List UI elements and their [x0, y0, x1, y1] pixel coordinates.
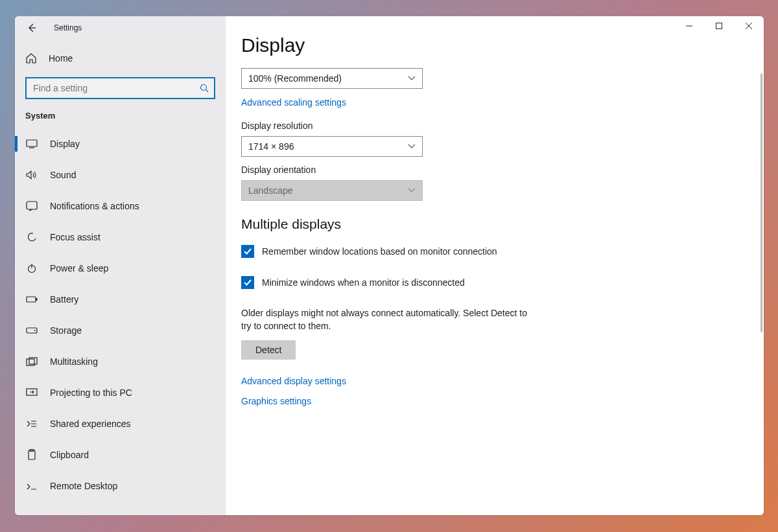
checkbox-checked-icon [241, 245, 254, 258]
multitasking-icon [25, 357, 38, 366]
detect-help-text: Older displays might not always connect … [241, 307, 539, 332]
chevron-down-icon [408, 188, 416, 193]
scale-value: 100% (Recommended) [248, 73, 342, 84]
sidebar-item-label: Focus assist [50, 232, 100, 242]
svg-rect-8 [36, 298, 38, 301]
shared-icon [25, 419, 38, 428]
battery-icon [25, 296, 38, 303]
sidebar-item-label: Power & sleep [50, 263, 108, 273]
remember-windows-checkbox-row[interactable]: Remember window locations based on monit… [241, 245, 748, 258]
sidebar: Settings Home System Display Sound [15, 16, 226, 515]
clipboard-icon [25, 449, 38, 461]
window-controls [674, 16, 764, 36]
sidebar-item-label: Notifications & actions [50, 201, 139, 211]
checkbox-checked-icon [241, 276, 254, 289]
home-label: Home [49, 53, 73, 64]
power-icon [25, 263, 38, 273]
svg-line-1 [206, 90, 209, 93]
sidebar-item-sound[interactable]: Sound [15, 159, 226, 191]
scale-dropdown[interactable]: 100% (Recommended) [241, 68, 423, 89]
content-area: 100% (Recommended) Advanced scaling sett… [226, 68, 764, 510]
graphics-settings-link[interactable]: Graphics settings [241, 396, 311, 406]
sidebar-item-label: Projecting to this PC [50, 387, 132, 398]
sidebar-item-storage[interactable]: Storage [15, 315, 226, 346]
titlebar: Settings [15, 16, 226, 40]
advanced-scaling-link[interactable]: Advanced scaling settings [241, 97, 346, 108]
focus-icon [25, 232, 38, 242]
maximize-button[interactable] [704, 16, 734, 36]
checkbox-label: Remember window locations based on monit… [262, 246, 497, 257]
home-icon [25, 52, 37, 64]
sidebar-item-multitasking[interactable]: Multitasking [15, 346, 226, 377]
back-button[interactable] [27, 23, 37, 33]
svg-rect-7 [27, 297, 36, 302]
home-nav[interactable]: Home [15, 40, 226, 73]
main-panel: Display 100% (Recommended) Advanced scal… [226, 16, 764, 515]
sidebar-item-projecting[interactable]: Projecting to this PC [15, 377, 226, 408]
sidebar-item-label: Multitasking [50, 356, 98, 367]
orientation-dropdown: Landscape [241, 180, 423, 201]
multiple-displays-heading: Multiple displays [241, 216, 748, 232]
resolution-dropdown[interactable]: 1714 × 896 [241, 136, 423, 157]
svg-rect-4 [27, 202, 37, 209]
page-title: Display [226, 34, 764, 68]
settings-window: Settings Home System Display Sound [15, 16, 764, 515]
sidebar-item-label: Clipboard [50, 450, 89, 460]
sidebar-item-label: Sound [50, 170, 76, 180]
sound-icon [25, 170, 38, 180]
search-box[interactable] [25, 77, 215, 99]
svg-rect-2 [27, 140, 37, 146]
chevron-down-icon [408, 144, 416, 149]
scrollbar[interactable] [760, 73, 762, 332]
window-title: Settings [54, 23, 82, 32]
search-icon [200, 84, 209, 93]
svg-point-0 [201, 85, 207, 91]
sidebar-item-label: Storage [50, 325, 82, 336]
search-input[interactable] [33, 83, 200, 93]
sidebar-item-label: Shared experiences [50, 419, 131, 429]
nav-list: Display Sound Notifications & actions Fo… [15, 128, 226, 515]
category-label: System [15, 111, 226, 128]
sidebar-item-display[interactable]: Display [15, 128, 226, 159]
sidebar-item-clipboard[interactable]: Clipboard [15, 439, 226, 470]
sidebar-item-label: Remote Desktop [50, 481, 117, 491]
sidebar-item-focus[interactable]: Focus assist [15, 222, 226, 253]
sidebar-item-power[interactable]: Power & sleep [15, 253, 226, 284]
detect-button[interactable]: Detect [241, 340, 296, 360]
svg-point-10 [34, 330, 36, 331]
advanced-display-link[interactable]: Advanced display settings [241, 376, 346, 386]
checkbox-label: Minimize windows when a monitor is disco… [262, 277, 465, 288]
sidebar-item-label: Battery [50, 294, 78, 305]
sidebar-item-notifications[interactable]: Notifications & actions [15, 191, 226, 222]
notifications-icon [25, 201, 38, 211]
sidebar-item-shared[interactable]: Shared experiences [15, 408, 226, 439]
resolution-value: 1714 × 896 [248, 141, 294, 152]
chevron-down-icon [408, 76, 416, 81]
close-button[interactable] [734, 16, 764, 36]
remote-icon [25, 481, 38, 491]
orientation-label: Display orientation [241, 165, 748, 175]
resolution-label: Display resolution [241, 121, 748, 131]
sidebar-item-label: Display [50, 139, 80, 149]
orientation-value: Landscape [248, 185, 293, 196]
sidebar-item-remote[interactable]: Remote Desktop [15, 470, 226, 502]
projecting-icon [25, 388, 38, 397]
storage-icon [25, 327, 38, 334]
sidebar-item-battery[interactable]: Battery [15, 284, 226, 315]
minimize-windows-checkbox-row[interactable]: Minimize windows when a monitor is disco… [241, 276, 748, 289]
minimize-button[interactable] [674, 16, 704, 36]
display-icon [25, 139, 38, 148]
svg-rect-17 [716, 23, 722, 29]
